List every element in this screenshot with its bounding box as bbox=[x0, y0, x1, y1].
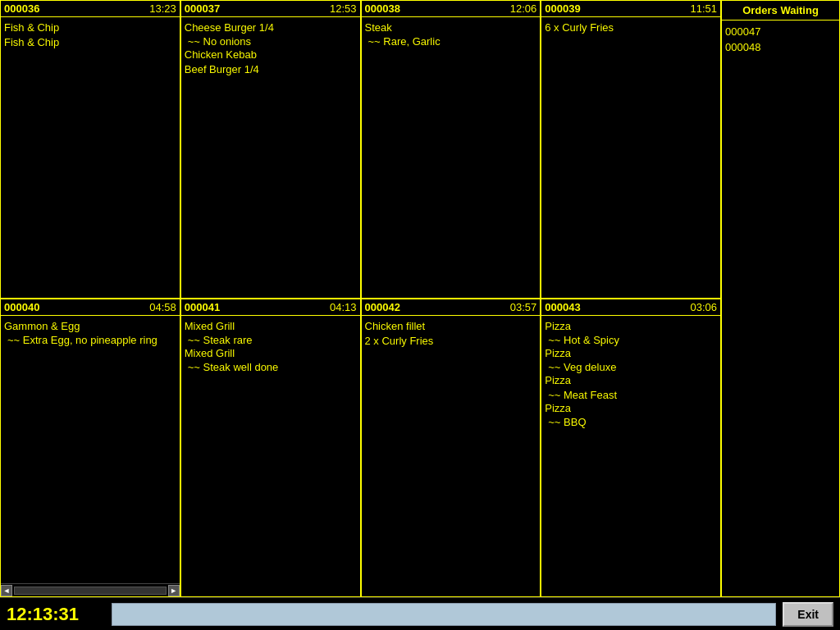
order-number: 000042 bbox=[365, 301, 400, 313]
sidebar: Orders Waiting 000047000048 bbox=[721, 0, 840, 597]
order-item: Cheese Burger 1/4 bbox=[185, 21, 357, 35]
scrollbar-track[interactable] bbox=[14, 587, 167, 595]
order-modifier: ~~ Steak well done bbox=[185, 361, 357, 373]
order-modifier: ~~ Meat Feast bbox=[545, 389, 717, 401]
order-number: 000041 bbox=[185, 301, 220, 313]
order-cell-000043[interactable]: 00004303:06Pizza~~ Hot & SpicyPizza~~ Ve… bbox=[541, 299, 721, 597]
order-time: 12:53 bbox=[330, 2, 357, 15]
order-time: 11:51 bbox=[690, 2, 717, 15]
order-number: 000040 bbox=[4, 301, 39, 313]
sidebar-header: Orders Waiting bbox=[722, 1, 839, 21]
order-header-000043: 00004303:06 bbox=[541, 299, 720, 316]
sidebar-body: 000047000048 bbox=[722, 21, 839, 58]
order-modifier: ~~ No onions bbox=[185, 35, 357, 48]
main-container: 00003613:23Fish & ChipFish & Chip0000371… bbox=[0, 0, 840, 630]
order-item: Gammon & Egg bbox=[4, 319, 176, 334]
order-header-000041: 00004104:13 bbox=[181, 299, 360, 316]
order-item: Mixed Grill bbox=[185, 346, 357, 361]
order-item: Steak bbox=[365, 21, 537, 35]
order-modifier: ~~ Hot & Spicy bbox=[545, 334, 717, 346]
order-body: Cheese Burger 1/4~~ No onionsChicken Keb… bbox=[181, 17, 360, 298]
order-cell-000037[interactable]: 00003712:53Cheese Burger 1/4~~ No onions… bbox=[180, 0, 361, 299]
order-time: 04:13 bbox=[330, 301, 357, 313]
order-item: Fish & Chip bbox=[4, 21, 176, 35]
order-header-000042: 00004203:57 bbox=[362, 299, 541, 316]
order-header-000039: 00003911:51 bbox=[541, 1, 720, 17]
waiting-order-item[interactable]: 000047 bbox=[725, 24, 836, 39]
grid-row-1: 00003613:23Fish & ChipFish & Chip0000371… bbox=[0, 0, 721, 299]
order-number: 000039 bbox=[545, 2, 580, 15]
order-modifier: ~~ Rare, Garlic bbox=[365, 35, 537, 48]
bottom-bar: 12:13:31 Exit bbox=[0, 597, 840, 630]
order-number: 000037 bbox=[185, 2, 220, 15]
order-item: Pizza bbox=[545, 373, 717, 388]
order-item: Fish & Chip bbox=[4, 35, 176, 50]
order-time: 03:06 bbox=[690, 301, 717, 313]
order-item: Beef Burger 1/4 bbox=[185, 62, 357, 77]
exit-button[interactable]: Exit bbox=[783, 602, 833, 627]
scroll-left-button[interactable]: ◄ bbox=[1, 585, 12, 596]
orders-main: 00003613:23Fish & ChipFish & Chip0000371… bbox=[0, 0, 721, 597]
order-body: Chicken fillet2 x Curly Fries bbox=[362, 316, 541, 596]
order-header-000036: 00003613:23 bbox=[1, 1, 180, 17]
order-cell-000040[interactable]: 00004004:58Gammon & Egg~~ Extra Egg, no … bbox=[1, 299, 180, 583]
order-number: 000038 bbox=[365, 2, 400, 15]
order-modifier: ~~ Steak rare bbox=[185, 334, 357, 346]
order-item: 6 x Curly Fries bbox=[545, 21, 717, 35]
order-body: Fish & ChipFish & Chip bbox=[1, 17, 180, 298]
order-cell-000041[interactable]: 00004104:13Mixed Grill~~ Steak rareMixed… bbox=[180, 299, 361, 597]
message-input[interactable] bbox=[112, 603, 776, 626]
order-number: 000036 bbox=[4, 2, 39, 15]
order-body: Mixed Grill~~ Steak rareMixed Grill~~ St… bbox=[181, 316, 360, 596]
order-header-000037: 00003712:53 bbox=[181, 1, 360, 17]
order-item: Pizza bbox=[545, 319, 717, 334]
order-item: Pizza bbox=[545, 401, 717, 416]
order-item: Chicken Kebab bbox=[185, 48, 357, 62]
order-time: 13:23 bbox=[149, 2, 176, 15]
waiting-order-item[interactable]: 000048 bbox=[725, 39, 836, 55]
order-header-000038: 00003812:06 bbox=[362, 1, 541, 17]
clock-display: 12:13:31 bbox=[7, 604, 105, 625]
order-header-000040: 00004004:58 bbox=[1, 299, 180, 316]
order-item: Chicken fillet bbox=[365, 319, 537, 334]
order-cell-wrapper-000040: 00004004:58Gammon & Egg~~ Extra Egg, no … bbox=[0, 299, 180, 597]
order-time: 12:06 bbox=[510, 2, 537, 15]
order-modifier: ~~ Veg deluxe bbox=[545, 361, 717, 373]
order-body: Steak~~ Rare, Garlic bbox=[362, 17, 541, 298]
order-cell-000039[interactable]: 00003911:516 x Curly Fries bbox=[541, 0, 721, 299]
order-item: Pizza bbox=[545, 346, 717, 361]
order-modifier: ~~ BBQ bbox=[545, 416, 717, 428]
order-time: 03:57 bbox=[510, 301, 537, 313]
order-number: 000043 bbox=[545, 301, 580, 313]
order-cell-000038[interactable]: 00003812:06Steak~~ Rare, Garlic bbox=[361, 0, 541, 299]
grid-row-2: 00004004:58Gammon & Egg~~ Extra Egg, no … bbox=[0, 299, 721, 597]
scroll-right-button[interactable]: ► bbox=[168, 585, 180, 596]
order-modifier: ~~ Extra Egg, no pineapple ring bbox=[4, 334, 176, 346]
order-item: Mixed Grill bbox=[185, 319, 357, 334]
order-item: 2 x Curly Fries bbox=[365, 334, 537, 349]
orders-grid: 00003613:23Fish & ChipFish & Chip0000371… bbox=[0, 0, 840, 597]
order-time: 04:58 bbox=[149, 301, 176, 313]
order-body: Pizza~~ Hot & SpicyPizza~~ Veg deluxePiz… bbox=[541, 316, 720, 596]
order-body: 6 x Curly Fries bbox=[541, 17, 720, 298]
order-cell-000042[interactable]: 00004203:57Chicken fillet2 x Curly Fries bbox=[361, 299, 541, 597]
order-body: Gammon & Egg~~ Extra Egg, no pineapple r… bbox=[1, 316, 180, 583]
scrollbar-row: ◄► bbox=[1, 583, 180, 596]
order-cell-000036[interactable]: 00003613:23Fish & ChipFish & Chip bbox=[0, 0, 180, 299]
